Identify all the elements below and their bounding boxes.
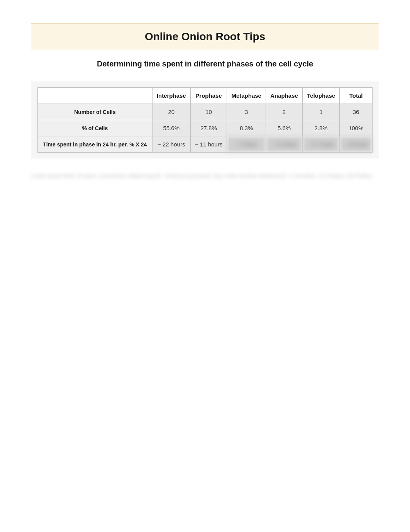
data-table: Interphase Prophase Metaphase Anaphase T… bbox=[37, 87, 373, 153]
cell-number-metaphase: 3 bbox=[227, 104, 266, 120]
cell-time-telophase: ~ 0.7 hours bbox=[302, 136, 339, 153]
row-label-number-of-cells: Number of Cells bbox=[38, 104, 152, 120]
table-wrapper: Interphase Prophase Metaphase Anaphase T… bbox=[31, 81, 379, 159]
col-header-prophase: Prophase bbox=[190, 88, 227, 104]
cell-time-anaphase: ~ 1.3 hours bbox=[266, 136, 303, 153]
cell-percent-prophase: 27.8% bbox=[190, 120, 227, 136]
cell-percent-telophase: 2.8% bbox=[302, 120, 339, 136]
cell-number-telophase: 1 bbox=[302, 104, 339, 120]
cell-number-prophase: 10 bbox=[190, 104, 227, 120]
blurred-paragraph: Lorem ipsum dolor sit amet, consectetur … bbox=[31, 172, 379, 180]
cell-percent-anaphase: 5.6% bbox=[266, 120, 303, 136]
col-header-total: Total bbox=[340, 88, 373, 104]
table-row: Number of Cells 20 10 3 2 1 36 bbox=[38, 104, 373, 120]
cell-number-interphase: 20 bbox=[152, 104, 190, 120]
page-title: Online Onion Root Tips bbox=[39, 31, 371, 43]
cell-percent-interphase: 55.6% bbox=[152, 120, 190, 136]
row-label-percent-cells: % of Cells bbox=[38, 120, 152, 136]
cell-time-metaphase: ~ 2 hours bbox=[227, 136, 266, 153]
cell-time-prophase: ~ 11 hours bbox=[190, 136, 227, 153]
subtitle: Determining time spent in different phas… bbox=[31, 59, 379, 68]
col-header-metaphase: Metaphase bbox=[227, 88, 266, 104]
cell-percent-metaphase: 8.3% bbox=[227, 120, 266, 136]
table-row: Time spent in phase in 24 hr. per. % X 2… bbox=[38, 136, 373, 153]
cell-time-total: ~ 24 hours bbox=[340, 136, 373, 153]
col-header-telophase: Telophase bbox=[302, 88, 339, 104]
page-header: Online Onion Root Tips bbox=[31, 23, 379, 50]
cell-percent-total: 100% bbox=[340, 120, 373, 136]
cell-number-anaphase: 2 bbox=[266, 104, 303, 120]
col-header-interphase: Interphase bbox=[152, 88, 190, 104]
cell-number-total: 36 bbox=[340, 104, 373, 120]
row-label-time-spent: Time spent in phase in 24 hr. per. % X 2… bbox=[38, 136, 152, 153]
table-row: % of Cells 55.6% 27.8% 8.3% 5.6% 2.8% 10… bbox=[38, 120, 373, 136]
col-header-empty bbox=[38, 88, 152, 104]
col-header-anaphase: Anaphase bbox=[266, 88, 303, 104]
cell-time-interphase: ~ 22 hours bbox=[152, 136, 190, 153]
